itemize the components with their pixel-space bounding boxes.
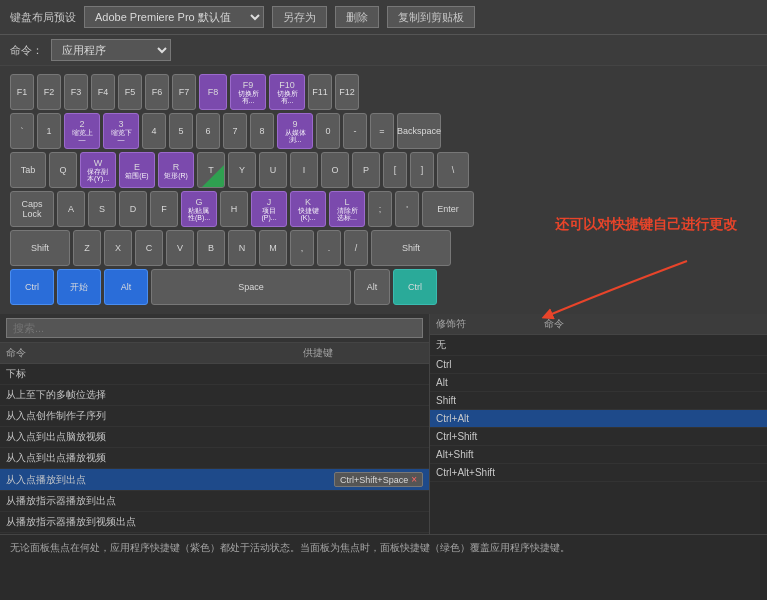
list-item[interactable]: 从入点播放到出点Ctrl+Shift+Space ×: [0, 469, 429, 491]
key-8[interactable]: 8: [250, 113, 274, 149]
list-item[interactable]: 从上至下的多帧位选择: [0, 385, 429, 406]
key-quote[interactable]: ': [395, 191, 419, 227]
key-z[interactable]: Z: [73, 230, 101, 266]
key-ralt[interactable]: Alt: [354, 269, 390, 305]
right-item[interactable]: Shift: [430, 392, 767, 410]
key-5[interactable]: 5: [169, 113, 193, 149]
badge-remove[interactable]: ×: [411, 474, 417, 485]
key-x[interactable]: X: [104, 230, 132, 266]
key-i[interactable]: I: [290, 152, 318, 188]
key-9[interactable]: 9从媒体浏...: [277, 113, 313, 149]
right-item[interactable]: Ctrl+Alt+Shift: [430, 464, 767, 482]
right-item[interactable]: Ctrl+Shift: [430, 428, 767, 446]
key-r[interactable]: R矩形(R): [158, 152, 194, 188]
key-f2[interactable]: F2: [37, 74, 61, 110]
key-0[interactable]: 0: [316, 113, 340, 149]
key-backspace[interactable]: Backspace: [397, 113, 441, 149]
list-item[interactable]: 从入点到出点脑放视频: [0, 427, 429, 448]
key-semicolon[interactable]: ;: [368, 191, 392, 227]
copy-button[interactable]: 复制到剪贴板: [387, 6, 475, 28]
key-d[interactable]: D: [119, 191, 147, 227]
key-capslock[interactable]: Caps Lock: [10, 191, 54, 227]
key-f9[interactable]: F9切换所有...: [230, 74, 266, 110]
key-start[interactable]: 开始: [57, 269, 101, 305]
key-v[interactable]: V: [166, 230, 194, 266]
key-o[interactable]: O: [321, 152, 349, 188]
key-rbracket[interactable]: ]: [410, 152, 434, 188]
key-f3[interactable]: F3: [64, 74, 88, 110]
right-item[interactable]: Alt+Shift: [430, 446, 767, 464]
key-f11[interactable]: F11: [308, 74, 332, 110]
saveas-button[interactable]: 另存为: [272, 6, 327, 28]
key-lbracket[interactable]: [: [383, 152, 407, 188]
list-item[interactable]: 从播放指示器播放到出点: [0, 491, 429, 512]
key-w[interactable]: W保存副本(Y)...: [80, 152, 116, 188]
key-c[interactable]: C: [135, 230, 163, 266]
right-header: 修饰符 命令: [430, 314, 767, 335]
key-f6[interactable]: F6: [145, 74, 169, 110]
key-backslash[interactable]: \: [437, 152, 469, 188]
key-period[interactable]: .: [317, 230, 341, 266]
key-tab[interactable]: Tab: [10, 152, 46, 188]
key-lctrl[interactable]: Ctrl: [10, 269, 54, 305]
key-lalt[interactable]: Alt: [104, 269, 148, 305]
key-f12[interactable]: F12: [335, 74, 359, 110]
right-item[interactable]: Alt: [430, 374, 767, 392]
key-dash[interactable]: -: [343, 113, 367, 149]
key-m[interactable]: M: [259, 230, 287, 266]
key-f1[interactable]: F1: [10, 74, 34, 110]
list-item[interactable]: 从播放指示器播放到视频出点: [0, 512, 429, 533]
key-k[interactable]: K快捷键(K)...: [290, 191, 326, 227]
key-lshift[interactable]: Shift: [10, 230, 70, 266]
key-6[interactable]: 6: [196, 113, 220, 149]
col-cmd2-header: 命令: [544, 317, 761, 331]
list-item[interactable]: 从播放指示器播放到音频出点: [0, 533, 429, 534]
key-enter[interactable]: Enter: [422, 191, 474, 227]
right-item[interactable]: 无: [430, 335, 767, 356]
key-h[interactable]: H: [220, 191, 248, 227]
key-backtick[interactable]: `: [10, 113, 34, 149]
key-n[interactable]: N: [228, 230, 256, 266]
delete-button[interactable]: 删除: [335, 6, 379, 28]
list-item-cmd: 从入点到出点脑放视频: [6, 430, 423, 444]
key-u[interactable]: U: [259, 152, 287, 188]
search-input[interactable]: [6, 318, 423, 338]
key-t[interactable]: T: [197, 152, 225, 188]
key-7[interactable]: 7: [223, 113, 247, 149]
key-g[interactable]: G粘贴属性(B)...: [181, 191, 217, 227]
key-rshift[interactable]: Shift: [371, 230, 451, 266]
key-l[interactable]: L清除所选标...: [329, 191, 365, 227]
key-j[interactable]: J项目(P)...: [251, 191, 287, 227]
keyboard-area: F1 F2 F3 F4 F5 F6 F7 F8 F9切换所有... F10切换所…: [0, 66, 767, 314]
list-item[interactable]: 从入点创作制作子序列: [0, 406, 429, 427]
key-s[interactable]: S: [88, 191, 116, 227]
key-f10[interactable]: F10切换所有...: [269, 74, 305, 110]
key-f[interactable]: F: [150, 191, 178, 227]
key-f8[interactable]: F8: [199, 74, 227, 110]
key-q[interactable]: Q: [49, 152, 77, 188]
key-space[interactable]: Space: [151, 269, 351, 305]
key-1[interactable]: 1: [37, 113, 61, 149]
key-2[interactable]: 2缩览上—: [64, 113, 100, 149]
key-slash[interactable]: /: [344, 230, 368, 266]
key-e[interactable]: E箱围(E): [119, 152, 155, 188]
list-item[interactable]: 下标: [0, 364, 429, 385]
key-4[interactable]: 4: [142, 113, 166, 149]
key-f7[interactable]: F7: [172, 74, 196, 110]
key-p[interactable]: P: [352, 152, 380, 188]
key-3[interactable]: 3缩览下—: [103, 113, 139, 149]
key-f5[interactable]: F5: [118, 74, 142, 110]
key-y[interactable]: Y: [228, 152, 256, 188]
preset-select[interactable]: Adobe Premiere Pro 默认值: [84, 6, 264, 28]
key-b[interactable]: B: [197, 230, 225, 266]
right-item[interactable]: Ctrl+Alt: [430, 410, 767, 428]
list-item[interactable]: 从入点到出点播放视频: [0, 448, 429, 469]
key-comma[interactable]: ,: [290, 230, 314, 266]
key-f4[interactable]: F4: [91, 74, 115, 110]
key-equal[interactable]: =: [370, 113, 394, 149]
list-item-cmd: 从播放指示器播放到视频出点: [6, 515, 423, 529]
key-a[interactable]: A: [57, 191, 85, 227]
right-item[interactable]: Ctrl: [430, 356, 767, 374]
key-rctrl[interactable]: Ctrl: [393, 269, 437, 305]
cmd-select[interactable]: 应用程序: [51, 39, 171, 61]
